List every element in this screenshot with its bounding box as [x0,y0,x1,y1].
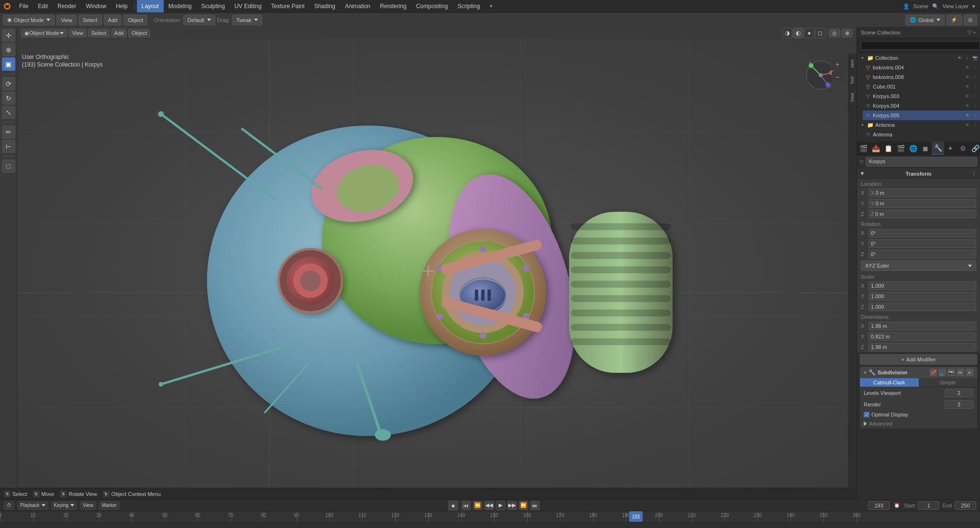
korpys004-sel[interactable]: ↕ [971,102,978,109]
outliner-item-korpys004[interactable]: ▽ Korpys.004 👁 ↕ [863,101,980,111]
viewport-add-menu[interactable]: Add [104,15,122,25]
modifier-header[interactable]: ▾ 🔧 Subdivision 📌 📺 📷 ✏ × [860,367,977,378]
outliner-search-input[interactable] [861,41,980,50]
prop-tab-particles[interactable]: ✦ [944,142,957,155]
transform-header[interactable]: ▾ Transform ⋮ [857,169,980,179]
search-icon[interactable]: 🔍 [932,3,939,10]
workspace-tab-sculpting[interactable]: Sculpting [197,0,230,12]
viewport-object-mode-btn[interactable]: ◉ Object Mode [21,29,67,37]
prop-tab-output[interactable]: 📤 [869,142,882,155]
location-x-field[interactable]: X 0 m [869,189,976,197]
shade-solid-btn[interactable]: ◑ [782,28,792,38]
prop-tab-scene[interactable]: 🎬 [894,142,907,155]
levels-viewport-field[interactable]: 2 [945,389,973,397]
viewport-object-btn[interactable]: Object [128,29,150,37]
global-selector[interactable]: 🌐 Global [905,15,945,25]
korpys003-sel[interactable]: ↕ [971,93,978,100]
viewport-zoom-out[interactable]: − [832,71,843,83]
scale-y-field[interactable]: 1.000 [869,292,976,301]
step-forward-btn[interactable]: ⏩ [519,501,528,510]
rotation-y-field[interactable]: 0° [869,239,976,248]
viewport-add-btn[interactable]: Add [111,29,127,37]
scale-tool-btn[interactable]: ⤡ [2,106,15,119]
location-y-field[interactable]: Y 0 m [869,199,976,208]
shade-rendered-btn[interactable]: ● [804,28,814,38]
antenna-coll-sel[interactable]: ↕ [971,122,978,128]
workspace-tab-layout[interactable]: Layout [137,0,164,12]
scene-name[interactable]: Scene [913,3,928,9]
rotate-tool-btn[interactable]: ↻ [2,91,15,105]
jump-to-start-btn[interactable]: ⏮ [461,501,471,510]
menu-edit[interactable]: Edit [33,0,53,12]
mod-tab-catmull-clark[interactable]: Catmull-Clark [860,378,919,387]
scale-z-field[interactable]: 1.000 [869,303,976,311]
bokovins008-sel[interactable]: ↕ [971,74,978,80]
viewport-zoom-in[interactable]: + [832,58,843,70]
mod-tab-simple[interactable]: Simple [919,378,978,387]
jump-forward-btn[interactable]: ▶▶ [507,501,517,510]
korpys003-eye[interactable]: 👁 [964,93,970,100]
outliner-filter-icon[interactable]: ▽ [968,29,971,35]
modifier-display-btn[interactable]: 📺 [938,369,946,376]
annotate-tool-btn[interactable]: ✏ [2,125,15,139]
outliner-item-bokovins004[interactable]: ▽ bokovins.004 👁 ↕ [863,63,980,72]
jump-back-btn[interactable]: ◀◀ [484,501,494,510]
korpys004-eye[interactable]: 👁 [964,102,970,109]
outliner-item-bokovins008[interactable]: ▽ bokovins.008 👁 ↕ [863,72,980,82]
workspace-tab-animation[interactable]: Animation [340,0,375,12]
filter-icon[interactable]: ▾ [972,3,975,10]
rotation-z-field[interactable]: 0° [869,250,976,258]
timeline-playback-menu[interactable]: Playback [17,501,48,510]
object-name-field[interactable]: Korpys [866,157,977,167]
timeline-sync-btn[interactable]: ● [448,500,458,511]
tab-view[interactable]: View [848,89,856,106]
end-frame-field[interactable]: 250 [955,501,976,510]
object-mode-selector[interactable]: ◉ Object Mode [3,15,55,25]
optimal-display-checkbox[interactable]: ✓ [864,412,869,417]
outliner-item-cube001[interactable]: ▽ Cube.001 👁 ↕ [863,82,980,91]
workspace-tab-compositing[interactable]: Compositing [411,0,453,12]
play-btn[interactable]: ▶ [496,501,505,510]
prop-tab-constraints[interactable]: 🔗 [969,142,980,155]
prop-tab-world[interactable]: 🌐 [907,142,919,155]
rotation-x-field[interactable]: 0° [869,229,976,237]
current-frame-field[interactable]: 193 [868,501,890,510]
prop-tab-modifier[interactable]: 🔧 [932,142,944,155]
collection-restrict-select[interactable]: ↕ [964,55,970,61]
playhead-marker[interactable]: 193 [629,511,643,522]
add-modifier-button[interactable]: + Add Modifier [860,354,977,365]
collection-restrict-render[interactable]: 📷 [971,55,978,61]
select-box-tool-btn[interactable]: ▣ [2,57,15,71]
workspace-tab-modeling[interactable]: Modeling [164,0,197,12]
transform-options-icon[interactable]: ⋮ [971,171,976,176]
dim-y-field[interactable]: 0.822 m [869,332,976,341]
outliner-item-korpys005[interactable]: ▽ Korpys.005 👁 ↕ [863,111,980,120]
measure-tool-btn[interactable]: ⊢ [2,140,15,153]
modifier-pin-btn[interactable]: 📌 [929,369,937,376]
menu-file[interactable]: File [14,0,33,12]
timeline-keying-menu[interactable]: Keying [51,501,78,510]
modifier-edit-btn[interactable]: ✏ [957,369,964,376]
workspace-tab-uv-editing[interactable]: UV Editing [230,0,267,12]
outliner-item-antenna-collection[interactable]: ▾ 📁 Antenna 👁 ↕ [857,120,980,130]
shade-material-btn[interactable]: ◐ [793,28,803,38]
drag-selector[interactable]: Tweak [232,15,263,25]
proportional-button[interactable]: ◎ [964,15,977,25]
menu-window[interactable]: Window [81,0,111,12]
snapping-button[interactable]: ⚡ [947,15,962,25]
antenna-coll-eye[interactable]: 👁 [964,122,970,128]
viewport-select-btn[interactable]: Select [88,29,110,37]
korpys005-eye[interactable]: 👁 [964,112,970,119]
advanced-section[interactable]: Advanced [860,419,977,428]
view-layer-label[interactable]: View Layer [943,3,969,9]
render-level-field[interactable]: 2 [945,400,973,409]
tab-tool[interactable]: Tool [848,73,856,89]
location-z-field[interactable]: Z 0 m [869,210,976,218]
cube001-eye[interactable]: 👁 [964,83,970,90]
prop-tab-render[interactable]: 🎬 [857,142,869,155]
orientation-selector[interactable]: Default [183,15,215,25]
prop-tab-physics[interactable]: ⚙ [957,142,969,155]
cursor-tool-btn[interactable]: ✛ [2,29,15,42]
viewport-view-menu[interactable]: View [56,15,77,25]
transform-tool-btn[interactable]: ⟳ [2,77,15,90]
